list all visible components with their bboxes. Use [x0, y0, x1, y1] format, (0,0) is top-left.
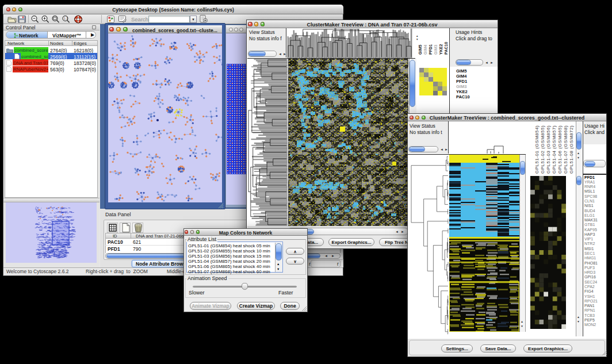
svg-text:1:1: 1:1 — [64, 17, 68, 20]
